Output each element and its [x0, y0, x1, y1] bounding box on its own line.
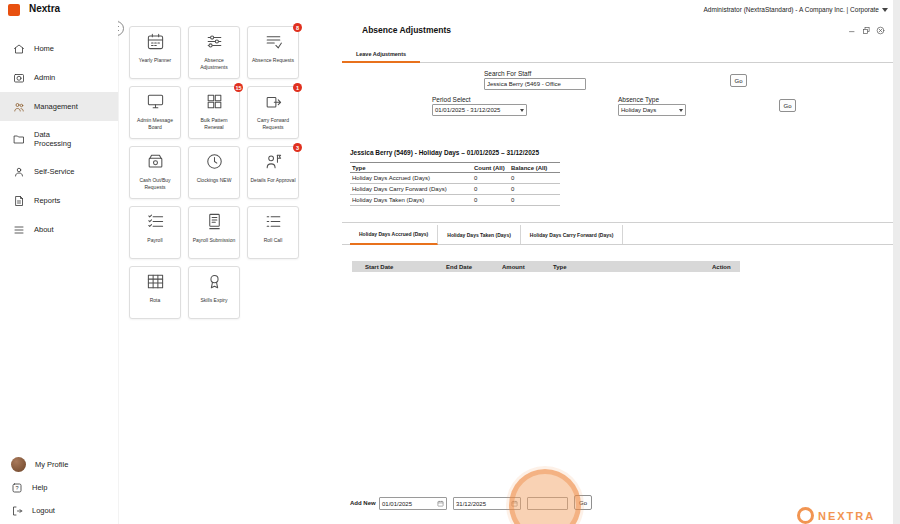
- staff-search-go-button[interactable]: Go: [730, 74, 747, 87]
- sliders-icon: [205, 32, 224, 55]
- tab-holiday-days-carry-forward[interactable]: Holiday Days Carry Forward (Days): [521, 225, 624, 244]
- window-controls: [848, 26, 885, 35]
- sidebar-footer: My Profile ? Help Logout: [0, 453, 118, 522]
- summary-heading: Jessica Berry (5469) - Holiday Days – 01…: [350, 149, 539, 156]
- module-tile-panel: Yearly Planner Absence Adjustments 8 Abs…: [118, 20, 342, 524]
- col-amount: Amount: [492, 264, 540, 270]
- tile-absence-adjustments[interactable]: Absence Adjustments: [188, 26, 240, 79]
- folder-icon: [13, 133, 25, 145]
- add-new-label: Add New: [350, 500, 376, 506]
- request-icon: [264, 32, 283, 55]
- tile-roll-call[interactable]: Roll Call: [247, 206, 299, 259]
- admin-icon: [13, 72, 25, 84]
- nextra-watermark: NEXTRA: [797, 507, 875, 524]
- calendar-icon: [437, 500, 444, 507]
- col-type: Type: [540, 264, 700, 270]
- svg-text:?: ?: [15, 485, 18, 491]
- sidebar-item-home[interactable]: Home: [0, 34, 118, 63]
- tile-bulk-pattern-renewal[interactable]: 15 Bulk Pattern Renewal: [188, 86, 240, 139]
- end-date-input[interactable]: 31/12/2025: [453, 497, 521, 510]
- search-for-staff-label: Search For Staff: [484, 70, 531, 77]
- tile-cash-out-buy-requests[interactable]: Cash Out/Buy Requests: [129, 146, 181, 199]
- menu-lines-icon: [13, 224, 25, 236]
- col-start-date: Start Date: [352, 264, 444, 270]
- notification-badge: 1: [293, 83, 302, 92]
- period-select-label: Period Select: [432, 96, 471, 103]
- summary-header-row: Type Count (All) Balance (All): [350, 162, 560, 173]
- absence-type-dropdown[interactable]: Holiday Days: [618, 104, 686, 116]
- logout-item[interactable]: Logout: [0, 499, 118, 522]
- calendar-icon: [146, 32, 165, 55]
- filter-go-button[interactable]: Go: [779, 99, 796, 112]
- cash-icon: [146, 152, 165, 175]
- clock-icon: [205, 152, 224, 175]
- chevron-down-icon: [882, 8, 888, 12]
- col-end-date: End Date: [444, 264, 492, 270]
- tile-admin-message-board[interactable]: Admin Message Board: [129, 86, 181, 139]
- tile-clockings-new[interactable]: Clockings NEW: [188, 146, 240, 199]
- brand-name: Nextra: [29, 3, 60, 14]
- tile-absence-requests[interactable]: 8 Absence Requests: [247, 26, 299, 79]
- sidebar-item-data-processing[interactable]: Data Processing: [0, 121, 118, 157]
- detail-tabs: Holiday Days Accrued (Days) Holiday Days…: [342, 225, 893, 245]
- period-select-dropdown[interactable]: 01/01/2025 - 31/12/2025: [432, 104, 527, 116]
- user-account-menu[interactable]: Administrator (NextraStandard) - A Compa…: [704, 6, 888, 13]
- topbar: Nextra Administrator (NextraStandard) - …: [0, 0, 900, 20]
- notification-badge: 15: [234, 83, 243, 92]
- tile-payroll[interactable]: Payroll: [129, 206, 181, 259]
- maximize-button[interactable]: [862, 26, 871, 35]
- summary-row: Holiday Days Carry Forward (Days) 0 0: [350, 184, 560, 195]
- absence-type-label: Absence Type: [618, 96, 659, 103]
- notification-badge: 3: [293, 143, 302, 152]
- tile-rota[interactable]: Rota: [129, 266, 181, 319]
- help-item[interactable]: ? Help: [0, 476, 118, 499]
- nextra-logo: [8, 4, 20, 16]
- tile-carry-forward-requests[interactable]: 1 Carry Forward Requests: [247, 86, 299, 139]
- document-icon: [205, 212, 224, 235]
- list-icon: [264, 212, 283, 235]
- start-date-input[interactable]: 01/01/2025: [379, 497, 447, 510]
- vertical-scrollbar[interactable]: [893, 0, 900, 524]
- logout-icon: [11, 505, 23, 517]
- nextra-ring-logo-icon: [797, 507, 814, 524]
- close-button[interactable]: [876, 26, 885, 35]
- tile-skills-expiry[interactable]: Skills Expiry: [188, 266, 240, 319]
- window-title: Absence Adjustments: [362, 25, 451, 35]
- help-icon: ?: [11, 482, 23, 494]
- sidebar-item-about[interactable]: About: [0, 215, 118, 244]
- summary-col-balance: Balance (All): [509, 165, 557, 171]
- approval-icon: [264, 152, 283, 175]
- add-new-go-button[interactable]: Go: [574, 495, 592, 510]
- summary-row: Holiday Days Accrued (Days) 0 0: [350, 173, 560, 184]
- tile-details-for-approval[interactable]: 3 Details For Approval: [247, 146, 299, 199]
- tab-holiday-days-accrued[interactable]: Holiday Days Accrued (Days): [350, 225, 438, 245]
- grid-icon: [146, 272, 165, 295]
- home-icon: [13, 43, 25, 55]
- calendar-icon: [511, 500, 518, 507]
- my-profile-item[interactable]: My Profile: [0, 453, 118, 476]
- sidebar-item-management[interactable]: Management: [0, 92, 118, 121]
- section-divider: [342, 222, 893, 223]
- staff-search-input[interactable]: [484, 78, 586, 90]
- summary-col-count: Count (All): [472, 165, 509, 171]
- board-icon: [146, 92, 165, 115]
- detail-table-header: Start Date End Date Amount Type Action: [352, 261, 740, 272]
- summary-col-type: Type: [350, 165, 472, 171]
- sidebar: Home Admin Management Data Processing Se…: [0, 20, 118, 524]
- sidebar-item-reports[interactable]: Reports: [0, 186, 118, 215]
- window-tabbar: Leave Adjustments: [342, 47, 893, 63]
- sidebar-item-self-service[interactable]: Self-Service: [0, 157, 118, 186]
- carry-forward-icon: [264, 92, 283, 115]
- people-icon: [13, 101, 25, 113]
- tab-leave-adjustments[interactable]: Leave Adjustments: [342, 47, 420, 63]
- tile-grid: Yearly Planner Absence Adjustments 8 Abs…: [129, 26, 299, 319]
- absence-adjustments-window: Absence Adjustments Leave Adjustments Se…: [342, 18, 893, 524]
- summary-row: Holiday Days Taken (Days) 0 0: [350, 195, 560, 206]
- tile-yearly-planner[interactable]: Yearly Planner: [129, 26, 181, 79]
- minimize-button[interactable]: [848, 26, 857, 35]
- amount-input[interactable]: [527, 497, 568, 510]
- tab-holiday-days-taken[interactable]: Holiday Days Taken (Days): [438, 225, 521, 244]
- summary-table: Type Count (All) Balance (All) Holiday D…: [350, 162, 560, 206]
- tile-payroll-submission[interactable]: Payroll Submission: [188, 206, 240, 259]
- sidebar-item-admin[interactable]: Admin: [0, 63, 118, 92]
